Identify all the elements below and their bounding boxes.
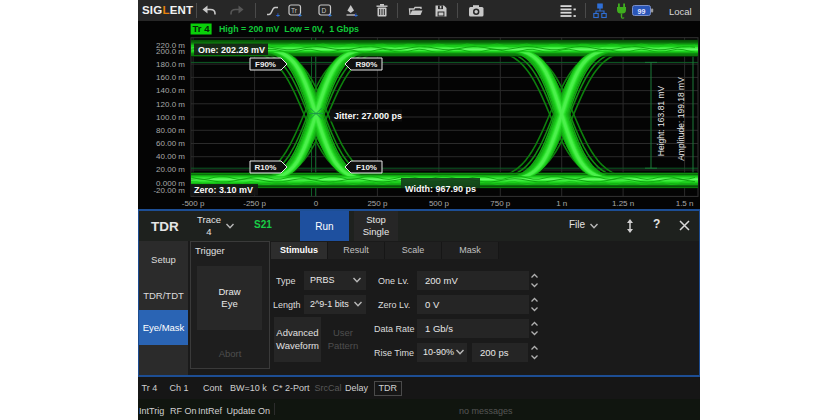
svg-text:-500 p: -500 p xyxy=(182,199,205,208)
svg-text:80.00 m: 80.00 m xyxy=(156,126,185,135)
svg-text:750 p: 750 p xyxy=(490,199,511,208)
svg-text:160.0 m: 160.0 m xyxy=(156,73,185,82)
svg-text:Jitter: 27.000 ps: Jitter: 27.000 ps xyxy=(334,111,402,121)
svg-text:One: 202.28 mV: One: 202.28 mV xyxy=(198,45,265,55)
svg-text:140.0 m: 140.0 m xyxy=(156,86,185,95)
svg-text:Height: 163.81 mV: Height: 163.81 mV xyxy=(656,85,666,156)
svg-text:200.0 m: 200.0 m xyxy=(156,47,185,56)
svg-text:120.0 m: 120.0 m xyxy=(156,100,185,109)
svg-text:99: 99 xyxy=(638,8,646,15)
svg-text:F10%: F10% xyxy=(356,163,377,172)
svg-text:R90%: R90% xyxy=(356,60,378,69)
svg-text:+: + xyxy=(276,12,280,19)
svg-text:+: + xyxy=(298,12,302,19)
svg-text:1.25 n: 1.25 n xyxy=(612,199,634,208)
svg-text:-250 p: -250 p xyxy=(243,199,266,208)
svg-text:Tr 4: Tr 4 xyxy=(193,23,211,34)
svg-text:Zero: 3.10 mV: Zero: 3.10 mV xyxy=(194,185,253,195)
svg-text:1.5 n: 1.5 n xyxy=(676,199,694,208)
svg-text:F90%: F90% xyxy=(255,60,276,69)
svg-text:20.00 m: 20.00 m xyxy=(156,165,185,174)
svg-text:-20.00 m: -20.00 m xyxy=(153,186,185,195)
svg-text:250 p: 250 p xyxy=(367,199,388,208)
svg-text:+: + xyxy=(328,12,332,19)
svg-text:60.00 m: 60.00 m xyxy=(156,139,185,148)
svg-text:+: + xyxy=(354,12,358,19)
svg-text:Tr: Tr xyxy=(291,7,298,14)
svg-text:D: D xyxy=(321,7,326,14)
svg-text:40.00 m: 40.00 m xyxy=(156,152,185,161)
svg-text:1 n: 1 n xyxy=(556,199,567,208)
svg-text:180.0 m: 180.0 m xyxy=(156,60,185,69)
svg-text:Width: 967.90 ps: Width: 967.90 ps xyxy=(405,184,476,194)
svg-text:500 p: 500 p xyxy=(429,199,450,208)
svg-text:Amplitude: 199.18 mV: Amplitude: 199.18 mV xyxy=(676,77,686,161)
svg-text:0: 0 xyxy=(314,199,319,208)
svg-text:R10%: R10% xyxy=(255,163,277,172)
svg-text:High = 200 mV Low = 0V, 1 Gb: High = 200 mV Low = 0V, 1 Gbps xyxy=(219,24,359,34)
svg-text:100.0 m: 100.0 m xyxy=(156,113,185,122)
